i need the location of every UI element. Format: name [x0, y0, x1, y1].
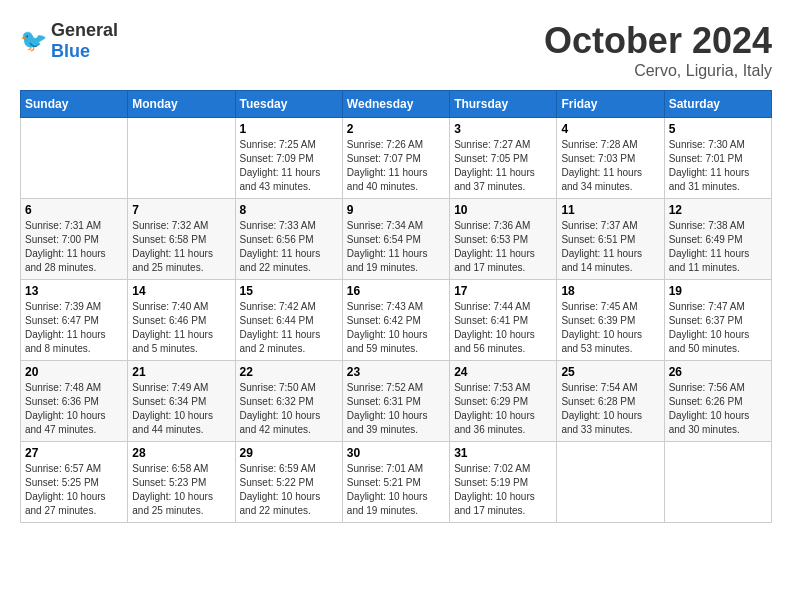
weekday-header: Friday [557, 91, 664, 118]
day-detail: Sunrise: 6:59 AMSunset: 5:22 PMDaylight:… [240, 462, 338, 518]
calendar-cell: 3Sunrise: 7:27 AMSunset: 7:05 PMDaylight… [450, 118, 557, 199]
day-number: 19 [669, 284, 767, 298]
calendar-week-row: 1Sunrise: 7:25 AMSunset: 7:09 PMDaylight… [21, 118, 772, 199]
day-number: 4 [561, 122, 659, 136]
day-detail: Sunrise: 6:57 AMSunset: 5:25 PMDaylight:… [25, 462, 123, 518]
day-detail: Sunrise: 7:53 AMSunset: 6:29 PMDaylight:… [454, 381, 552, 437]
calendar-cell: 14Sunrise: 7:40 AMSunset: 6:46 PMDayligh… [128, 280, 235, 361]
day-detail: Sunrise: 7:45 AMSunset: 6:39 PMDaylight:… [561, 300, 659, 356]
day-number: 17 [454, 284, 552, 298]
weekday-header: Monday [128, 91, 235, 118]
day-number: 11 [561, 203, 659, 217]
logo-general: General [51, 20, 118, 40]
day-number: 10 [454, 203, 552, 217]
day-detail: Sunrise: 7:52 AMSunset: 6:31 PMDaylight:… [347, 381, 445, 437]
day-number: 31 [454, 446, 552, 460]
day-detail: Sunrise: 7:30 AMSunset: 7:01 PMDaylight:… [669, 138, 767, 194]
logo-bird-icon: 🐦 [20, 28, 47, 54]
day-detail: Sunrise: 7:50 AMSunset: 6:32 PMDaylight:… [240, 381, 338, 437]
calendar-cell: 7Sunrise: 7:32 AMSunset: 6:58 PMDaylight… [128, 199, 235, 280]
day-number: 22 [240, 365, 338, 379]
calendar-cell: 11Sunrise: 7:37 AMSunset: 6:51 PMDayligh… [557, 199, 664, 280]
day-number: 12 [669, 203, 767, 217]
calendar-cell: 18Sunrise: 7:45 AMSunset: 6:39 PMDayligh… [557, 280, 664, 361]
day-detail: Sunrise: 7:25 AMSunset: 7:09 PMDaylight:… [240, 138, 338, 194]
weekday-header: Thursday [450, 91, 557, 118]
day-number: 21 [132, 365, 230, 379]
calendar: SundayMondayTuesdayWednesdayThursdayFrid… [20, 90, 772, 523]
day-number: 20 [25, 365, 123, 379]
day-detail: Sunrise: 7:44 AMSunset: 6:41 PMDaylight:… [454, 300, 552, 356]
day-detail: Sunrise: 7:37 AMSunset: 6:51 PMDaylight:… [561, 219, 659, 275]
calendar-cell: 25Sunrise: 7:54 AMSunset: 6:28 PMDayligh… [557, 361, 664, 442]
calendar-cell: 15Sunrise: 7:42 AMSunset: 6:44 PMDayligh… [235, 280, 342, 361]
calendar-cell: 30Sunrise: 7:01 AMSunset: 5:21 PMDayligh… [342, 442, 449, 523]
day-number: 27 [25, 446, 123, 460]
calendar-cell [557, 442, 664, 523]
day-number: 23 [347, 365, 445, 379]
location-subtitle: Cervo, Liguria, Italy [544, 62, 772, 80]
title-area: October 2024 Cervo, Liguria, Italy [544, 20, 772, 80]
day-detail: Sunrise: 7:42 AMSunset: 6:44 PMDaylight:… [240, 300, 338, 356]
day-number: 8 [240, 203, 338, 217]
day-detail: Sunrise: 7:40 AMSunset: 6:46 PMDaylight:… [132, 300, 230, 356]
calendar-cell: 17Sunrise: 7:44 AMSunset: 6:41 PMDayligh… [450, 280, 557, 361]
day-detail: Sunrise: 7:54 AMSunset: 6:28 PMDaylight:… [561, 381, 659, 437]
calendar-cell: 27Sunrise: 6:57 AMSunset: 5:25 PMDayligh… [21, 442, 128, 523]
day-detail: Sunrise: 7:43 AMSunset: 6:42 PMDaylight:… [347, 300, 445, 356]
day-detail: Sunrise: 7:02 AMSunset: 5:19 PMDaylight:… [454, 462, 552, 518]
calendar-cell: 12Sunrise: 7:38 AMSunset: 6:49 PMDayligh… [664, 199, 771, 280]
calendar-cell: 2Sunrise: 7:26 AMSunset: 7:07 PMDaylight… [342, 118, 449, 199]
day-detail: Sunrise: 7:47 AMSunset: 6:37 PMDaylight:… [669, 300, 767, 356]
day-detail: Sunrise: 7:32 AMSunset: 6:58 PMDaylight:… [132, 219, 230, 275]
day-number: 6 [25, 203, 123, 217]
calendar-cell: 10Sunrise: 7:36 AMSunset: 6:53 PMDayligh… [450, 199, 557, 280]
calendar-cell: 13Sunrise: 7:39 AMSunset: 6:47 PMDayligh… [21, 280, 128, 361]
calendar-week-row: 20Sunrise: 7:48 AMSunset: 6:36 PMDayligh… [21, 361, 772, 442]
logo: 🐦 General Blue [20, 20, 118, 62]
weekday-header: Saturday [664, 91, 771, 118]
day-number: 14 [132, 284, 230, 298]
day-detail: Sunrise: 7:01 AMSunset: 5:21 PMDaylight:… [347, 462, 445, 518]
day-number: 7 [132, 203, 230, 217]
calendar-cell: 28Sunrise: 6:58 AMSunset: 5:23 PMDayligh… [128, 442, 235, 523]
day-number: 18 [561, 284, 659, 298]
calendar-cell: 20Sunrise: 7:48 AMSunset: 6:36 PMDayligh… [21, 361, 128, 442]
day-detail: Sunrise: 7:38 AMSunset: 6:49 PMDaylight:… [669, 219, 767, 275]
calendar-cell: 8Sunrise: 7:33 AMSunset: 6:56 PMDaylight… [235, 199, 342, 280]
calendar-cell: 1Sunrise: 7:25 AMSunset: 7:09 PMDaylight… [235, 118, 342, 199]
calendar-cell: 24Sunrise: 7:53 AMSunset: 6:29 PMDayligh… [450, 361, 557, 442]
calendar-cell: 16Sunrise: 7:43 AMSunset: 6:42 PMDayligh… [342, 280, 449, 361]
calendar-cell [664, 442, 771, 523]
day-detail: Sunrise: 6:58 AMSunset: 5:23 PMDaylight:… [132, 462, 230, 518]
logo-text: General Blue [51, 20, 118, 62]
calendar-cell: 6Sunrise: 7:31 AMSunset: 7:00 PMDaylight… [21, 199, 128, 280]
day-number: 9 [347, 203, 445, 217]
day-detail: Sunrise: 7:31 AMSunset: 7:00 PMDaylight:… [25, 219, 123, 275]
calendar-cell: 29Sunrise: 6:59 AMSunset: 5:22 PMDayligh… [235, 442, 342, 523]
calendar-cell: 22Sunrise: 7:50 AMSunset: 6:32 PMDayligh… [235, 361, 342, 442]
calendar-cell: 5Sunrise: 7:30 AMSunset: 7:01 PMDaylight… [664, 118, 771, 199]
day-number: 13 [25, 284, 123, 298]
day-number: 26 [669, 365, 767, 379]
calendar-cell: 4Sunrise: 7:28 AMSunset: 7:03 PMDaylight… [557, 118, 664, 199]
day-detail: Sunrise: 7:26 AMSunset: 7:07 PMDaylight:… [347, 138, 445, 194]
header: 🐦 General Blue October 2024 Cervo, Ligur… [20, 20, 772, 80]
weekday-header: Tuesday [235, 91, 342, 118]
day-number: 16 [347, 284, 445, 298]
calendar-cell: 23Sunrise: 7:52 AMSunset: 6:31 PMDayligh… [342, 361, 449, 442]
calendar-cell: 9Sunrise: 7:34 AMSunset: 6:54 PMDaylight… [342, 199, 449, 280]
calendar-cell [21, 118, 128, 199]
day-number: 25 [561, 365, 659, 379]
day-detail: Sunrise: 7:28 AMSunset: 7:03 PMDaylight:… [561, 138, 659, 194]
calendar-week-row: 13Sunrise: 7:39 AMSunset: 6:47 PMDayligh… [21, 280, 772, 361]
day-detail: Sunrise: 7:56 AMSunset: 6:26 PMDaylight:… [669, 381, 767, 437]
day-detail: Sunrise: 7:33 AMSunset: 6:56 PMDaylight:… [240, 219, 338, 275]
day-number: 3 [454, 122, 552, 136]
weekday-header-row: SundayMondayTuesdayWednesdayThursdayFrid… [21, 91, 772, 118]
month-title: October 2024 [544, 20, 772, 62]
day-detail: Sunrise: 7:48 AMSunset: 6:36 PMDaylight:… [25, 381, 123, 437]
day-number: 24 [454, 365, 552, 379]
day-number: 5 [669, 122, 767, 136]
calendar-week-row: 27Sunrise: 6:57 AMSunset: 5:25 PMDayligh… [21, 442, 772, 523]
